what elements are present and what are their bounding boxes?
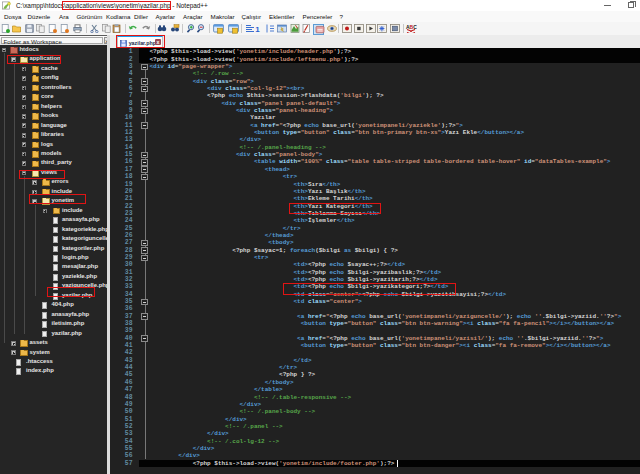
svg-text:C: C [413, 24, 417, 30]
svg-text:1: 1 [255, 25, 260, 34]
